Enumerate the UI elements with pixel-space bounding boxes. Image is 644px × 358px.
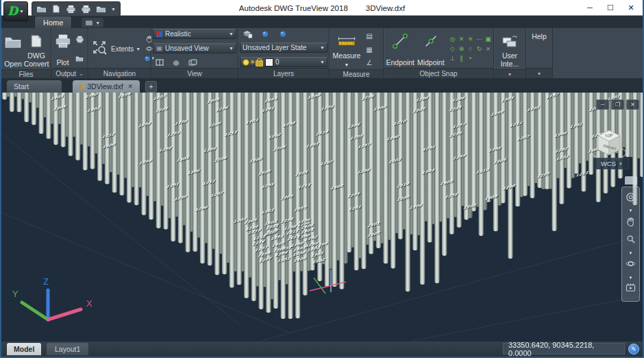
zoom-extents-icon[interactable] [91,39,108,58]
extents-dropdown[interactable]: Extents ▼ [109,44,143,54]
snap-settings-icon[interactable]: • [467,54,474,63]
viewcube[interactable]: TOP FRONT [591,126,629,161]
new-tab-button[interactable]: + [145,81,157,93]
output-caption: Output⌄ [51,68,88,78]
user-interface-button[interactable]: User Inte... [495,29,524,69]
chevron-down-icon: ▼ [229,32,234,36]
named-view-value: Unsaved View [165,45,227,52]
help-caption: ▾ [526,68,552,78]
chevron-down-icon: ▼ [619,162,623,166]
layer-unisolate-icon[interactable] [277,29,288,38]
named-views-icon[interactable] [187,58,198,67]
endpoint-snap-icon [392,31,408,51]
layers-caption: Layers [238,68,329,78]
chevron-down-icon: ▼ [136,47,140,51]
customize-dropdown-icon[interactable]: ▼ [111,7,116,12]
dialog-launcher-icon[interactable]: ⌄ [79,71,84,77]
apparent-intersection-snap-icon[interactable]: ✳ [467,35,474,44]
open-icon[interactable] [36,5,47,13]
viewport-close-icon[interactable]: ✕ [626,99,639,110]
chevron-down-icon: ▼ [19,9,24,14]
dwg-convert-button[interactable]: DWG Convert [23,29,49,69]
viewport-config-icon[interactable] [154,58,165,67]
tab-3dview-dxf[interactable]: A 3DView.dxf ✕ [73,80,140,93]
current-layer-value: 0 [275,58,318,66]
app-window: Autodesk DWG TrueView 2018 3DView.dxf ─ … [0,0,644,358]
layer-isolate-icon[interactable] [260,29,271,38]
quick-access-toolbar: ▼ [32,1,121,16]
ucs-z-label: Z [43,276,49,287]
wcs-selector[interactable]: WCS ▼ [595,158,629,169]
minimize-button[interactable]: ─ [580,0,600,15]
chevron-down-icon[interactable]: ▼ [629,252,633,254]
layer-dropdown[interactable]: ☀ 0 ▼ [240,57,327,67]
help-button[interactable]: Help [531,29,547,68]
midpoint-button[interactable]: Midpoint [416,29,447,68]
publish-icon[interactable] [96,5,106,13]
plot-button[interactable]: Plot [53,29,73,68]
chevron-down-icon: ▼ [320,60,325,64]
visual-style-dropdown[interactable]: Realistic ▼ [153,29,236,39]
layer-state-dropdown[interactable]: Unsaved Layer State ▼ [240,43,327,53]
parallel-snap-icon[interactable]: ∥ [458,54,465,63]
plot-icon[interactable] [66,5,76,14]
preview-icon[interactable] [74,53,85,63]
viewport-restore-icon[interactable]: ❐ [611,99,624,110]
dwg-convert-icon[interactable] [51,5,61,13]
navbar-handle[interactable] [625,176,637,184]
model-tab[interactable]: Model [7,343,41,355]
close-tab-icon[interactable]: ✕ [127,83,133,90]
intersection-snap-icon[interactable]: ✕ [458,35,465,44]
named-view-dropdown[interactable]: Unsaved View ▼ [153,43,236,53]
wcs-label: WCS [601,160,616,167]
layer-color-swatch [265,58,273,67]
customization-button[interactable]: ✎ [628,344,639,355]
ribbon-display-toggle[interactable]: ▼ [82,18,103,27]
extension-snap-icon[interactable]: ⋯ [475,35,483,44]
showmotion-icon[interactable] [626,283,636,296]
mid-between-snap-icon[interactable]: ↻ [475,45,483,53]
midpoint-label: Midpoint [417,58,445,67]
open-button[interactable]: Open [3,29,23,69]
maximize-button[interactable]: ☐ [600,0,621,15]
endpoint-button[interactable]: Endpoint [385,29,416,68]
tab-home[interactable]: Home [34,16,72,28]
orbit-icon[interactable] [626,259,636,272]
list-icon[interactable]: ▦ [364,45,375,54]
navigation-wheel-icon[interactable] [626,192,636,205]
layer-thaw-icon: ☀ [249,59,256,66]
zoom-icon[interactable] [626,235,636,247]
quick-select-icon[interactable]: ▤ [364,32,375,41]
chevron-down-icon[interactable]: ▼ [629,210,633,211]
measure-button[interactable]: Measure ▼ [331,29,362,69]
node-snap-icon[interactable]: ⊗ [458,45,465,53]
perpendicular-snap-icon[interactable]: ⊥ [449,54,456,63]
navigation-bar: ▼ ▼ ▼ [621,187,640,302]
chevron-down-icon[interactable]: ▾ [538,71,541,77]
panel-layers: Unsaved Layer State ▼ ☀ 0 ▼ Layers [238,28,330,78]
nearest-snap-icon[interactable]: ⨯ [484,45,492,53]
viewport-minimize-icon[interactable]: ─ [596,99,609,110]
application-menu-button[interactable]: D ▼ [3,1,28,21]
insertion-snap-icon[interactable]: ▣ [484,35,492,44]
quadrant-snap-icon[interactable]: ◇ [449,45,456,53]
layout1-tab[interactable]: Layout1 [47,343,88,355]
tab-start[interactable]: Start [7,80,62,93]
close-button[interactable]: ✕ [621,0,641,15]
chevron-down-icon[interactable]: ▼ [629,277,633,278]
status-bar: Model Layout1 33350.6420, 90345.2218, 0.… [1,342,643,357]
chevron-down-icon[interactable]: ▾ [508,71,511,77]
center-snap-icon[interactable]: ◎ [449,35,456,44]
navigation-caption: Navigation [88,68,151,78]
area-icon[interactable]: ∠ [364,58,375,67]
pan-icon[interactable] [626,217,636,230]
measure-caption: Measure [330,69,383,78]
visual-styles-cube-icon[interactable] [171,58,182,67]
plot-preview-icon[interactable] [81,5,91,14]
batch-plot-icon[interactable] [74,34,85,44]
drawing-viewport[interactable]: ─ ❐ ✕ TOP FRONT WCS ▼ ▼ ▼ ▼ [1,93,643,342]
ribbon-tab-row: Home ▼ [1,16,643,28]
tangent-snap-icon[interactable]: ○ [467,45,474,53]
panel-box-icon [85,20,93,26]
layer-states-icon[interactable] [242,29,253,38]
